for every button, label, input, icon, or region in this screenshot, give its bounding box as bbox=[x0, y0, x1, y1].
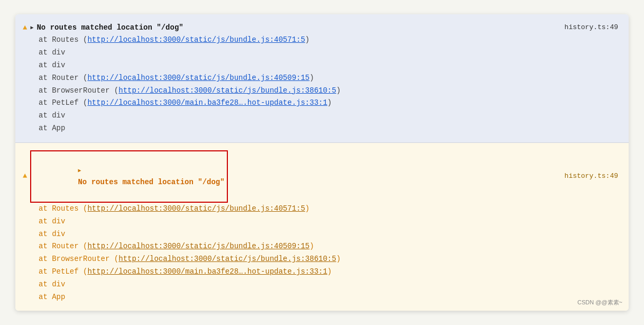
console-block-yellow: ▲ ▶ No routes matched location "/dog" hi… bbox=[15, 143, 629, 311]
stack-trace-blue: at Routes (http://localhost:3000/static/… bbox=[23, 34, 618, 134]
warning-icon-yellow: ▲ bbox=[23, 170, 27, 183]
table-row: at BrowserRouter (http://localhost:3000/… bbox=[39, 85, 618, 97]
header-message-yellow-highlighted: ▶ No routes matched location "/dog" bbox=[30, 150, 227, 203]
link-browserrouter-blue[interactable]: http://localhost:3000/static/js/bundle.j… bbox=[118, 86, 336, 95]
table-row: at BrowserRouter (http://localhost:3000/… bbox=[39, 253, 618, 266]
table-row: at App bbox=[39, 122, 618, 135]
header-message-blue: No routes matched location "/dog" bbox=[36, 22, 183, 34]
triangle-icon-blue[interactable]: ▶ bbox=[30, 23, 33, 32]
link-router-blue[interactable]: http://localhost:3000/static/js/bundle.j… bbox=[87, 74, 309, 82]
console-header-blue: ▲ ▶ No routes matched location "/dog" hi… bbox=[23, 22, 618, 34]
watermark: CSDN @@素素~ bbox=[577, 299, 622, 306]
warning-icon-blue: ▲ bbox=[23, 22, 27, 34]
table-row: at div bbox=[39, 215, 618, 228]
table-row: at PetLef (http://localhost:3000/main.ba… bbox=[39, 266, 618, 278]
table-row: at div bbox=[39, 110, 618, 122]
link-routes-blue[interactable]: http://localhost:3000/static/js/bundle.j… bbox=[87, 35, 305, 44]
file-ref-blue[interactable]: history.ts:49 bbox=[565, 22, 618, 33]
stack-trace-yellow: at Routes (http://localhost:3000/static/… bbox=[23, 203, 618, 303]
file-ref-yellow[interactable]: history.ts:49 bbox=[565, 170, 618, 182]
table-row: at Routes (http://localhost:3000/static/… bbox=[39, 34, 618, 47]
table-row: at Router (http://localhost:3000/static/… bbox=[39, 72, 618, 85]
table-row: at Routes (http://localhost:3000/static/… bbox=[39, 203, 618, 215]
table-row: at Router (http://localhost:3000/static/… bbox=[39, 240, 618, 253]
console-header-yellow: ▲ ▶ No routes matched location "/dog" hi… bbox=[23, 150, 618, 203]
link-router-yellow[interactable]: http://localhost:3000/static/js/bundle.j… bbox=[87, 242, 309, 250]
table-row: at div bbox=[39, 228, 618, 241]
table-row: at PetLef (http://localhost:3000/main.ba… bbox=[39, 97, 618, 110]
link-browserrouter-yellow[interactable]: http://localhost:3000/static/js/bundle.j… bbox=[118, 255, 336, 263]
table-row: at div bbox=[39, 278, 618, 291]
link-petlef-blue[interactable]: http://localhost:3000/main.ba3fe28….hot-… bbox=[87, 98, 327, 107]
table-row: at div bbox=[39, 47, 618, 59]
triangle-icon-yellow[interactable]: ▶ bbox=[78, 168, 81, 174]
table-row: at div bbox=[39, 59, 618, 72]
console-container: ▲ ▶ No routes matched location "/dog" hi… bbox=[15, 14, 629, 311]
link-petlef-yellow[interactable]: http://localhost:3000/main.ba3fe28….hot-… bbox=[87, 267, 327, 276]
link-routes-yellow[interactable]: http://localhost:3000/static/js/bundle.j… bbox=[87, 204, 305, 213]
table-row: at App bbox=[39, 291, 618, 304]
console-block-blue: ▲ ▶ No routes matched location "/dog" hi… bbox=[15, 14, 629, 143]
